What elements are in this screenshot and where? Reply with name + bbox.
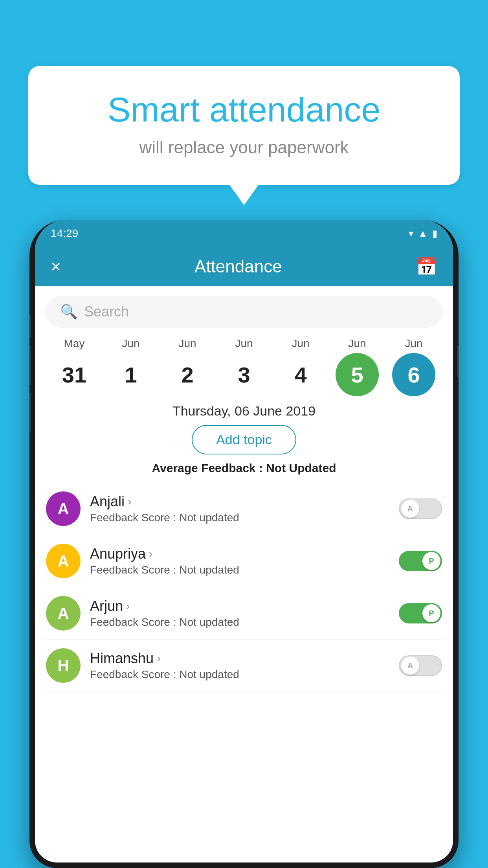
date-month-4: Jun bbox=[292, 337, 309, 350]
date-col-3[interactable]: Jun 3 bbox=[220, 337, 268, 396]
bubble-title: Smart attendance bbox=[60, 90, 428, 130]
chevron-icon-3: › bbox=[157, 652, 160, 665]
student-info-0: Anjali › Feedback Score : Not updated bbox=[90, 493, 389, 524]
date-day-1: 1 bbox=[109, 353, 152, 396]
speech-bubble: Smart attendance will replace your paper… bbox=[28, 66, 460, 185]
search-icon: 🔍 bbox=[60, 303, 78, 320]
student-feedback-0: Feedback Score : Not updated bbox=[90, 511, 389, 524]
student-info-2: Arjun › Feedback Score : Not updated bbox=[90, 598, 389, 629]
toggle-thumb-1: P bbox=[422, 552, 440, 570]
power-button bbox=[457, 346, 459, 377]
date-col-2[interactable]: Jun 2 bbox=[164, 337, 211, 396]
toggle-container-0[interactable]: A bbox=[399, 498, 442, 519]
student-item-3[interactable]: H Himanshu › Feedback Score : Not update… bbox=[46, 640, 442, 692]
search-placeholder: Search bbox=[84, 303, 129, 320]
attendance-toggle-3[interactable]: A bbox=[399, 655, 442, 676]
wifi-icon: ▾ bbox=[409, 228, 413, 239]
attendance-toggle-0[interactable]: A bbox=[399, 498, 442, 519]
date-month-0: May bbox=[64, 337, 85, 350]
phone-frame: 14:29 ▾ ▲ ▮ × Attendance 📅 🔍 Search May … bbox=[29, 220, 459, 868]
chevron-icon-0: › bbox=[128, 495, 131, 508]
date-col-6[interactable]: Jun 6 bbox=[390, 337, 437, 396]
date-day-0: 31 bbox=[53, 353, 96, 396]
student-avatar-3: H bbox=[46, 648, 81, 683]
student-feedback-1: Feedback Score : Not updated bbox=[90, 564, 389, 576]
student-name-1: Anupriya › bbox=[90, 546, 389, 562]
date-col-4[interactable]: Jun 4 bbox=[277, 337, 324, 396]
avg-feedback-label: Average Feedback : bbox=[152, 462, 262, 474]
close-button[interactable]: × bbox=[51, 257, 61, 276]
student-avatar-0: A bbox=[46, 491, 81, 526]
chevron-icon-2: › bbox=[126, 600, 130, 612]
chevron-icon-1: › bbox=[149, 548, 152, 560]
student-name-2: Arjun › bbox=[90, 598, 389, 614]
battery-icon: ▮ bbox=[432, 228, 437, 239]
student-feedback-2: Feedback Score : Not updated bbox=[90, 616, 389, 629]
status-time: 14:29 bbox=[51, 227, 78, 240]
volume-down-button bbox=[29, 346, 31, 385]
add-topic-button[interactable]: Add topic bbox=[192, 425, 296, 454]
silent-button bbox=[29, 393, 31, 432]
toggle-thumb-0: A bbox=[401, 500, 419, 518]
toggle-thumb-3: A bbox=[401, 657, 419, 675]
date-day-3: 3 bbox=[222, 353, 266, 396]
header-title: Attendance bbox=[194, 257, 282, 276]
student-info-1: Anupriya › Feedback Score : Not updated bbox=[90, 546, 389, 576]
toggle-container-2[interactable]: P bbox=[399, 603, 442, 623]
avg-feedback: Average Feedback : Not Updated bbox=[35, 462, 453, 475]
toggle-container-1[interactable]: P bbox=[399, 551, 442, 571]
date-col-0[interactable]: May 31 bbox=[51, 337, 98, 396]
student-list: A Anjali › Feedback Score : Not updated bbox=[35, 483, 453, 692]
date-month-2: Jun bbox=[178, 337, 196, 350]
signal-icon: ▲ bbox=[418, 228, 427, 239]
student-item-2[interactable]: A Arjun › Feedback Score : Not updated bbox=[46, 587, 442, 640]
bubble-subtitle: will replace your paperwork bbox=[60, 138, 428, 157]
calendar-icon[interactable]: 📅 bbox=[416, 256, 437, 277]
selected-date: Thursday, 06 June 2019 bbox=[35, 403, 453, 419]
attendance-toggle-2[interactable]: P bbox=[399, 603, 442, 623]
volume-up-button bbox=[29, 314, 31, 338]
date-day-5: 5 bbox=[336, 353, 379, 396]
date-col-1[interactable]: Jun 1 bbox=[107, 337, 154, 396]
date-selector: May 31 Jun 1 Jun 2 Jun 3 Jun 4 Jun 5 bbox=[35, 337, 453, 396]
date-day-6: 6 bbox=[392, 353, 435, 396]
avg-feedback-value: Not Updated bbox=[266, 462, 336, 474]
date-day-4: 4 bbox=[279, 353, 322, 396]
phone-screen: 14:29 ▾ ▲ ▮ × Attendance 📅 🔍 Search May … bbox=[35, 220, 453, 862]
date-col-5[interactable]: Jun 5 bbox=[334, 337, 381, 396]
date-month-1: Jun bbox=[122, 337, 139, 350]
attendance-toggle-1[interactable]: P bbox=[399, 551, 442, 571]
date-month-5: Jun bbox=[348, 337, 366, 350]
date-month-6: Jun bbox=[405, 337, 422, 350]
toggle-thumb-2: P bbox=[422, 604, 440, 622]
date-day-2: 2 bbox=[166, 353, 209, 396]
search-bar[interactable]: 🔍 Search bbox=[46, 296, 442, 328]
status-icons: ▾ ▲ ▮ bbox=[409, 228, 437, 239]
student-name-3: Himanshu › bbox=[90, 650, 389, 667]
student-avatar-1: A bbox=[46, 544, 81, 578]
student-item-0[interactable]: A Anjali › Feedback Score : Not updated bbox=[46, 483, 442, 535]
toggle-container-3[interactable]: A bbox=[399, 655, 442, 676]
date-month-3: Jun bbox=[235, 337, 253, 350]
app-header: × Attendance 📅 bbox=[35, 247, 453, 286]
status-bar: 14:29 ▾ ▲ ▮ bbox=[35, 220, 453, 247]
student-name-0: Anjali › bbox=[90, 493, 389, 510]
student-item-1[interactable]: A Anupriya › Feedback Score : Not update… bbox=[46, 535, 442, 587]
student-info-3: Himanshu › Feedback Score : Not updated bbox=[90, 650, 389, 681]
student-feedback-3: Feedback Score : Not updated bbox=[90, 668, 389, 681]
student-avatar-2: A bbox=[46, 596, 81, 631]
